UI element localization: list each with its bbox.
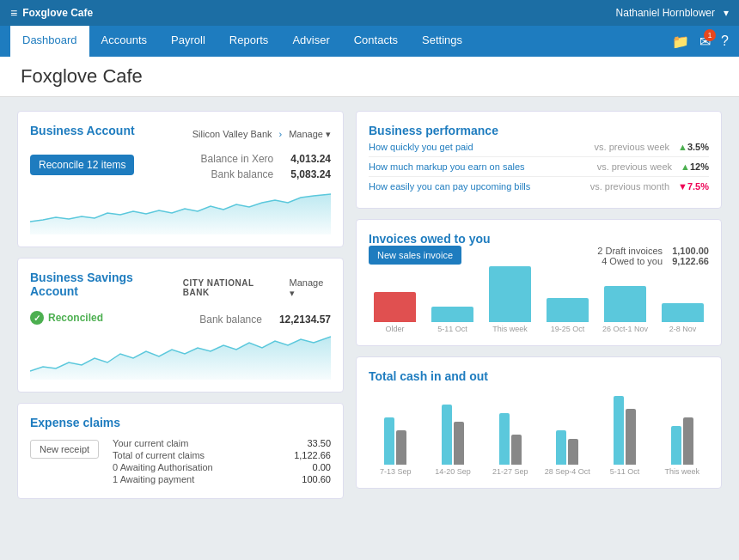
expense-row-2: 0 Awaiting Authorisation 0.00	[113, 462, 331, 472]
cash-out-bar-3	[568, 439, 578, 465]
reconcile-button[interactable]: Reconcile 12 items	[30, 155, 134, 175]
cash-out-bar-5	[683, 417, 693, 465]
perf-value-2: 7.5%	[687, 181, 709, 192]
nav-bar: Dashboard Accounts Payroll Reports Advis…	[0, 26, 739, 57]
business-performance-card: Business performance How quickly you get…	[356, 111, 722, 209]
invoice-bar-group-2: This week	[484, 266, 536, 333]
invoice-bar-0	[374, 292, 416, 322]
cash-group-1: 14-20 Sep	[426, 405, 480, 476]
nav-dashboard[interactable]: Dashboard	[10, 26, 89, 57]
mail-badge: 1	[704, 29, 716, 41]
account-header-right: Silicon Valley Bank › Manage ▾	[192, 129, 331, 140]
expense-actions: New receipt	[30, 436, 99, 459]
bank-name: Silicon Valley Bank	[192, 129, 272, 139]
perf-row-2: How easily you can pay upcoming bills vs…	[369, 177, 709, 196]
account-actions: Reconcile 12 items Balance in Xero 4,013…	[30, 149, 331, 180]
perf-link-0[interactable]: How quickly you get paid	[369, 142, 586, 152]
business-performance-title: Business performance	[369, 124, 498, 137]
expense-value-0: 33.50	[307, 438, 331, 448]
cash-group-2: 21-27 Sep	[483, 413, 537, 476]
invoice-bar-label-3: 19-25 Oct	[551, 325, 585, 333]
help-icon[interactable]: ?	[721, 33, 729, 49]
perf-link-2[interactable]: How easily you can pay upcoming bills	[369, 181, 582, 192]
user-area: Nathaniel Hornblower ▾	[616, 7, 729, 19]
main-content: Business Account Silicon Valley Bank › M…	[0, 97, 739, 560]
nav-icons: 📁 ✉ 1 ?	[672, 26, 729, 57]
nav-reports[interactable]: Reports	[217, 26, 281, 57]
mail-icon[interactable]: ✉ 1	[699, 33, 711, 50]
invoice-bar-label-5: 2-8 Nov	[669, 325, 697, 333]
cash-out-bar-0	[396, 430, 406, 465]
cash-in-bar-4	[614, 396, 624, 465]
folder-icon[interactable]: 📁	[672, 33, 689, 50]
invoice-bar-label-2: This week	[492, 325, 528, 333]
expense-label-2: 0 Awaiting Authorisation	[113, 462, 213, 472]
invoice-bar-group-0: Older	[369, 292, 421, 333]
invoice-bar-group-5: 2-8 Nov	[657, 303, 709, 333]
bank-balance-amount: 5,083.24	[290, 168, 331, 180]
perf-row-1: How much markup you earn on sales vs. pr…	[369, 157, 709, 177]
invoice-bar-5	[662, 303, 704, 322]
nav-payroll[interactable]: Payroll	[159, 26, 217, 57]
new-invoice-button[interactable]: New sales invoice	[369, 246, 461, 265]
app-branding: ≡ Foxglove Cafe	[10, 6, 93, 20]
savings-manage-button[interactable]: Manage ▾	[290, 277, 331, 299]
cash-group-4: 5-11 Oct	[598, 396, 652, 476]
page-title: Foxglove Cafe	[21, 65, 718, 88]
savings-header: Business Savings Account City National B…	[30, 271, 331, 305]
cash-label-3: 28 Sep-4 Oct	[545, 467, 590, 476]
invoice-bar-group-4: 26 Oct-1 Nov	[599, 286, 651, 333]
cash-in-bar-0	[384, 417, 394, 465]
business-account-title: Business Account	[30, 124, 135, 137]
nav-settings[interactable]: Settings	[410, 26, 474, 57]
nav-contacts[interactable]: Contacts	[342, 26, 410, 57]
cash-chart: 7-13 Sep14-20 Sep21-27 Sep28 Sep-4 Oct5-…	[369, 390, 709, 476]
invoice-bar-label-1: 5-11 Oct	[437, 325, 467, 333]
cash-label-0: 7-13 Sep	[380, 467, 412, 476]
cash-label-4: 5-11 Oct	[610, 467, 640, 476]
perf-link-1[interactable]: How much markup you earn on sales	[369, 161, 589, 172]
cash-in-bar-1	[442, 405, 452, 465]
draft-amount: 1,100.00	[672, 246, 709, 256]
xero-balance-row: Balance in Xero 4,013.24	[201, 153, 331, 165]
savings-actions: ✓ Reconciled Bank balance 12,2134.57	[30, 310, 331, 326]
app-name: Foxglove Cafe	[22, 7, 93, 19]
cash-label-1: 14-20 Sep	[435, 467, 471, 476]
expense-label-0: Your current claim	[113, 438, 188, 448]
cash-group-5: This week	[655, 417, 709, 476]
nav-adviser[interactable]: Adviser	[280, 26, 341, 57]
cash-out-bar-1	[454, 422, 464, 465]
nav-accounts[interactable]: Accounts	[89, 26, 159, 57]
expense-claims-card: Expense claims New receipt Your current …	[17, 403, 344, 499]
cash-group-0: 7-13 Sep	[369, 417, 423, 476]
draft-label: 2 Draft invoices	[597, 246, 663, 256]
invoice-bar-group-3: 19-25 Oct	[541, 298, 594, 333]
user-name: Nathaniel Hornblower	[616, 7, 715, 19]
top-bar: ≡ Foxglove Cafe Nathaniel Hornblower ▾	[0, 0, 739, 26]
perf-arrow-2: ▼	[678, 181, 687, 192]
perf-arrow-0: ▲	[678, 142, 687, 152]
invoice-header: New sales invoice 2 Draft invoices 1,100…	[369, 246, 709, 266]
savings-bank-name: City National Bank	[183, 278, 283, 297]
expense-value-3: 100.60	[302, 474, 331, 484]
cash-out-bar-2	[511, 435, 522, 465]
cash-label-2: 21-27 Sep	[492, 467, 528, 476]
total-cash-card: Total cash in and out 7-13 Sep14-20 Sep2…	[356, 356, 722, 489]
perf-value-1: 12%	[690, 161, 709, 172]
cash-in-bar-5	[671, 426, 681, 465]
owed-amount: 9,122.66	[672, 256, 709, 266]
balance-info: Balance in Xero 4,013.24 Bank balance 5,…	[201, 149, 331, 180]
bank-link-icon[interactable]: ›	[279, 129, 283, 139]
reconciled-label: Reconciled	[48, 312, 103, 324]
user-dropdown-icon[interactable]: ▾	[724, 7, 729, 19]
manage-button[interactable]: Manage ▾	[289, 129, 331, 140]
account-header: Business Account Silicon Valley Bank › M…	[30, 124, 331, 144]
invoice-bar-4	[604, 286, 646, 322]
business-account-card: Business Account Silicon Valley Bank › M…	[17, 111, 344, 247]
savings-balance-label: Bank balance	[199, 313, 262, 326]
new-receipt-button[interactable]: New receipt	[30, 440, 99, 459]
expense-row-1: Total of current claims 1,122.66	[113, 450, 331, 460]
hamburger-icon[interactable]: ≡	[10, 6, 17, 20]
owed-label: 4 Owed to you	[602, 256, 663, 266]
expense-details: Your current claim 33.50 Total of curren…	[113, 436, 331, 486]
